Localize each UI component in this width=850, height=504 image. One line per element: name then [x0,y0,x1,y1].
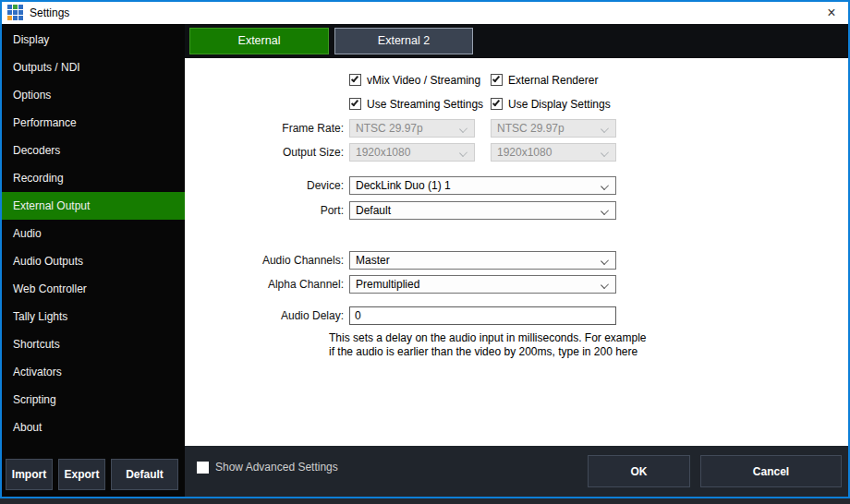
audio-delay-input[interactable] [349,306,616,325]
vmix-video-streaming-checkbox[interactable] [349,74,361,86]
chevron-down-icon [601,281,609,289]
sidebar-item-display[interactable]: Display [2,26,185,54]
sidebar-items: Display Outputs / NDI Options Performanc… [2,26,185,441]
sidebar-item-options[interactable]: Options [2,81,185,109]
chevron-down-icon [601,207,609,215]
sidebar-item-tally-lights[interactable]: Tally Lights [2,303,185,330]
sidebar-item-recording[interactable]: Recording [2,164,185,192]
sidebar-item-audio[interactable]: Audio [2,220,185,247]
close-icon[interactable]: × [820,3,843,22]
external-renderer-checkbox[interactable] [491,74,503,86]
chevron-down-icon [601,125,609,133]
frame-rate-label: Frame Rate: [222,119,344,138]
audio-channels-label: Audio Channels: [222,251,344,270]
sidebar-item-external-output[interactable]: External Output [2,192,185,220]
frame-rate-select-1[interactable]: NTSC 29.97p [349,119,475,138]
export-button[interactable]: Export [58,459,105,490]
import-button[interactable]: Import [6,459,53,490]
alpha-channel-value: Premultiplied [356,278,419,291]
default-button[interactable]: Default [111,459,178,490]
port-select[interactable]: Default [349,201,616,220]
sidebar-item-performance[interactable]: Performance [2,109,185,137]
tab-external[interactable]: External [189,28,329,54]
use-display-settings-label: Use Display Settings [508,98,611,111]
chevron-down-icon [601,149,609,157]
output-size-label: Output Size: [222,143,344,162]
frame-rate-value-1: NTSC 29.97p [356,122,423,135]
output-size-select-2[interactable]: 1920x1080 [491,143,616,162]
check-icon [351,75,358,83]
content-area: External External 2 vMix Video / Streami… [185,24,848,497]
device-value: DeckLink Duo (1) 1 [356,179,451,192]
frame-rate-value-2: NTSC 29.97p [497,122,565,135]
audio-delay-label: Audio Delay: [222,306,344,325]
footer-bar: Show Advanced Settings OK Cancel [185,446,848,497]
sidebar: Display Outputs / NDI Options Performanc… [2,24,185,497]
use-display-settings-checkbox[interactable] [491,98,503,110]
chevron-down-icon [601,257,609,265]
window-title: Settings [30,2,69,24]
vmix-logo-icon [7,5,23,20]
cancel-button[interactable]: Cancel [700,455,842,487]
sidebar-item-web-controller[interactable]: Web Controller [2,275,185,303]
audio-delay-help-text: This sets a delay on the audio input in … [329,331,650,359]
sidebar-item-about[interactable]: About [2,414,185,441]
sidebar-item-shortcuts[interactable]: Shortcuts [2,330,185,358]
output-size-value-2: 1920x1080 [497,146,552,159]
sidebar-item-decoders[interactable]: Decoders [2,137,185,164]
external-renderer-label: External Renderer [508,74,598,87]
ok-button[interactable]: OK [588,455,690,487]
output-size-select-1[interactable]: 1920x1080 [349,143,475,162]
sidebar-item-audio-outputs[interactable]: Audio Outputs [2,247,185,275]
chevron-down-icon [459,125,468,133]
chevron-down-icon [459,149,468,157]
title-bar: Settings × [2,2,848,24]
vmix-video-streaming-label: vMix Video / Streaming [367,74,480,87]
check-icon [351,99,358,107]
device-label: Device: [222,176,344,195]
sidebar-item-activators[interactable]: Activators [2,358,185,386]
audio-channels-select[interactable]: Master [349,251,616,270]
port-value: Default [356,204,391,217]
use-streaming-settings-checkbox[interactable] [349,98,361,110]
check-icon [492,99,500,107]
use-streaming-settings-label: Use Streaming Settings [367,98,483,111]
settings-window: Settings × Display Outputs / NDI Options… [0,0,850,498]
chevron-down-icon [601,182,609,190]
tab-external-2[interactable]: External 2 [334,28,473,54]
frame-rate-select-2[interactable]: NTSC 29.97p [491,119,616,138]
sidebar-buttons: Import Export Default [6,459,178,490]
audio-channels-value: Master [356,254,390,267]
tab-bar: External External 2 [185,24,848,58]
alpha-channel-select[interactable]: Premultiplied [349,275,616,294]
sidebar-item-outputs-ndi[interactable]: Outputs / NDI [2,54,185,81]
output-size-value-1: 1920x1080 [356,146,410,159]
show-advanced-settings-label: Show Advanced Settings [215,461,338,474]
port-label: Port: [222,201,344,220]
check-icon [492,75,500,83]
alpha-channel-label: Alpha Channel: [222,275,344,294]
device-select[interactable]: DeckLink Duo (1) 1 [349,176,616,195]
sidebar-item-scripting[interactable]: Scripting [2,386,185,414]
external-output-panel: vMix Video / Streaming External Renderer… [185,58,848,446]
show-advanced-settings-checkbox[interactable] [197,462,209,474]
